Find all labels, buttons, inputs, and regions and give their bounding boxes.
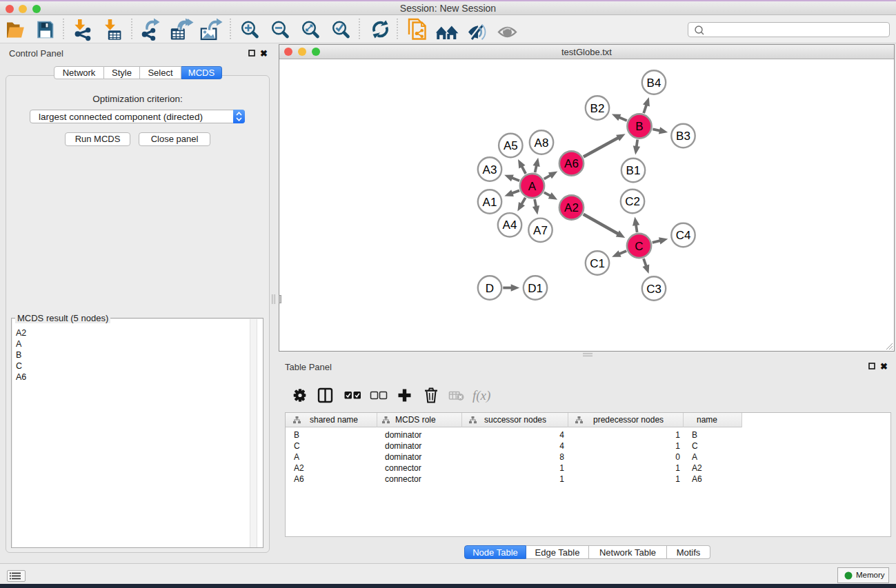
svg-text:A5: A5 <box>504 139 518 152</box>
svg-text:C: C <box>635 240 643 253</box>
svg-text:B1: B1 <box>626 164 641 177</box>
svg-text:A6: A6 <box>564 157 579 170</box>
svg-text:A: A <box>528 180 537 193</box>
svg-text:A2: A2 <box>564 201 579 214</box>
svg-text:C3: C3 <box>646 283 661 296</box>
svg-text:A3: A3 <box>483 163 497 176</box>
svg-text:B3: B3 <box>676 130 690 143</box>
svg-text:B4: B4 <box>647 77 661 90</box>
svg-text:B2: B2 <box>590 102 605 115</box>
svg-text:B: B <box>635 120 643 133</box>
svg-text:A1: A1 <box>483 196 497 209</box>
svg-text:C1: C1 <box>590 257 605 270</box>
svg-text:C2: C2 <box>625 195 640 208</box>
svg-text:A4: A4 <box>503 219 517 232</box>
svg-text:D1: D1 <box>528 282 543 295</box>
svg-text:f(x): f(x) <box>472 388 490 403</box>
svg-text:D: D <box>486 282 494 295</box>
svg-text:A7: A7 <box>533 224 548 237</box>
svg-text:A8: A8 <box>535 136 549 150</box>
svg-text:C4: C4 <box>676 229 691 242</box>
